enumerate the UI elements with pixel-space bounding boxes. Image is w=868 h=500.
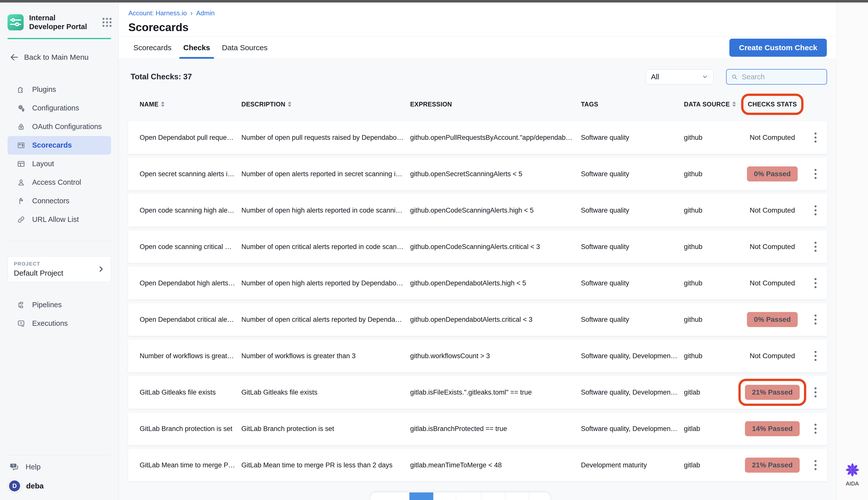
sidebar-item-label: Scorecards bbox=[32, 141, 72, 149]
idp-logo-icon bbox=[8, 14, 24, 30]
search-icon bbox=[731, 73, 738, 81]
row-menu-kebab-icon[interactable] bbox=[811, 167, 820, 181]
table-row[interactable]: Open secret scanning alerts is ...Number… bbox=[128, 158, 827, 190]
table-row[interactable]: Open code scanning high alert...Number o… bbox=[128, 194, 827, 227]
row-menu-kebab-icon[interactable] bbox=[811, 312, 820, 327]
pagination-segment[interactable] bbox=[481, 492, 505, 500]
tab-data-sources[interactable]: Data Sources bbox=[222, 36, 267, 59]
avatar: D bbox=[8, 479, 21, 492]
table-row[interactable]: Open code scanning critical ale...Number… bbox=[128, 230, 827, 263]
pagination-segment[interactable] bbox=[505, 492, 529, 500]
tab-checks[interactable]: Checks bbox=[183, 36, 210, 59]
stats-badge: 21% Passed bbox=[745, 385, 800, 400]
checks-table: Open Dependabot pull request...Number of… bbox=[128, 121, 827, 481]
check-description: GitLab Branch protection is set bbox=[241, 425, 410, 433]
sidebar-item-label: Configurations bbox=[32, 104, 79, 112]
stats-text: Not Computed bbox=[750, 134, 795, 141]
check-name: Open Dependabot critical alert... bbox=[140, 316, 241, 323]
sidebar-item-pipelines[interactable]: Pipelines bbox=[8, 296, 111, 314]
row-menu-kebab-icon[interactable] bbox=[811, 421, 820, 436]
check-expression: github.workflowsCount > 3 bbox=[410, 352, 581, 360]
row-menu-kebab-icon[interactable] bbox=[811, 130, 820, 145]
check-expression: github.openSecretScanningAlerts < 5 bbox=[410, 170, 581, 178]
sidebar-item-plugins[interactable]: Plugins bbox=[8, 80, 111, 99]
check-name: GitLab Mean time to merge PR ... bbox=[140, 461, 241, 469]
project-selector[interactable]: PROJECT Default Project bbox=[8, 256, 111, 282]
column-header-data-source[interactable]: DATA SOURCE bbox=[684, 101, 741, 108]
breadcrumb-admin[interactable]: Admin bbox=[196, 9, 215, 17]
check-expression: gitlab.isBranchProtected == true bbox=[410, 425, 581, 433]
table-row[interactable]: GitLab Branch protection is setGitLab Br… bbox=[128, 412, 827, 445]
check-tags: Software quality, Development... bbox=[581, 425, 684, 433]
sidebar-item-label: URL Allow List bbox=[32, 215, 79, 224]
sidebar-item-label: Connectors bbox=[32, 197, 69, 205]
sort-icon[interactable] bbox=[288, 101, 291, 107]
row-menu-kebab-icon[interactable] bbox=[811, 239, 820, 254]
sort-icon[interactable] bbox=[732, 101, 736, 107]
page-title: Scorecards bbox=[128, 21, 836, 34]
filter-select[interactable]: All bbox=[646, 69, 713, 84]
check-tags: Software quality bbox=[581, 170, 684, 178]
pagination-bar[interactable] bbox=[370, 492, 550, 500]
table-row[interactable]: GitLab Mean time to merge PR ...GitLab M… bbox=[128, 449, 827, 481]
row-menu-kebab-icon[interactable] bbox=[811, 276, 820, 291]
table-row[interactable]: Open Dependabot pull request...Number of… bbox=[128, 121, 827, 154]
help-button[interactable]: ? Help bbox=[9, 461, 111, 473]
annotation-wrap: 21% Passed bbox=[745, 385, 800, 400]
breadcrumb-account[interactable]: Account: Harness.io bbox=[128, 9, 187, 17]
row-menu-kebab-icon[interactable] bbox=[811, 203, 820, 218]
check-description: Number of open high alerts reported by D… bbox=[241, 280, 410, 287]
row-menu-kebab-icon[interactable] bbox=[811, 457, 820, 473]
sidebar-item-connectors[interactable]: Connectors bbox=[8, 192, 111, 211]
right-rail: AIDA bbox=[836, 2, 868, 500]
app-grid-icon[interactable] bbox=[102, 18, 112, 27]
stats-text: Not Computed bbox=[750, 243, 795, 251]
table-row[interactable]: GitLab Gitleaks file existsGitLab Gitlea… bbox=[128, 376, 827, 409]
total-checks-label: Total Checks: 37 bbox=[131, 72, 192, 81]
column-header-name[interactable]: NAME bbox=[140, 101, 241, 108]
check-tags: Software quality bbox=[581, 316, 684, 323]
sidebar-item-oauth-configurations[interactable]: OAuth Configurations bbox=[8, 117, 111, 136]
sidebar-item-url-allow-list[interactable]: URL Allow List bbox=[8, 211, 111, 229]
gears-icon bbox=[16, 104, 26, 113]
pagination-segment[interactable] bbox=[370, 492, 409, 500]
table-row[interactable]: Open Dependabot high alerts i...Number o… bbox=[128, 267, 827, 299]
stats-badge: 21% Passed bbox=[745, 457, 800, 473]
pagination-segment[interactable] bbox=[456, 492, 481, 500]
project-label: PROJECT bbox=[14, 261, 97, 267]
check-description: Number of open high alerts reported in c… bbox=[241, 207, 410, 214]
back-to-main-menu[interactable]: Back to Main Menu bbox=[9, 52, 111, 62]
pagination-active-page[interactable] bbox=[409, 492, 433, 500]
check-data-source: github bbox=[684, 134, 741, 141]
sidebar-item-scorecards[interactable]: Scorecards bbox=[8, 136, 111, 155]
tabs-row: ScorecardsChecksData Sources Create Cust… bbox=[119, 36, 836, 59]
scorecard-icon bbox=[16, 141, 26, 150]
checks-stats-cell: 14% Passed bbox=[741, 421, 804, 436]
tab-scorecards[interactable]: Scorecards bbox=[133, 36, 171, 59]
sidebar-item-access-control[interactable]: Access Control bbox=[8, 173, 111, 192]
user-menu[interactable]: D deba bbox=[8, 479, 111, 492]
sidebar-item-configurations[interactable]: Configurations bbox=[8, 99, 111, 117]
table-row[interactable]: Number of workflows is greate...Number o… bbox=[128, 340, 827, 372]
create-custom-check-button[interactable]: Create Custom Check bbox=[730, 39, 827, 57]
sort-icon[interactable] bbox=[161, 101, 165, 107]
row-menu-kebab-icon[interactable] bbox=[811, 349, 820, 363]
column-header-tags: TAGS bbox=[581, 101, 684, 108]
aida-button[interactable]: AIDA bbox=[844, 462, 860, 487]
check-name: Open Dependabot pull request... bbox=[140, 134, 241, 141]
annotation-wrap: CHECKS STATS bbox=[748, 101, 797, 108]
row-menu-kebab-icon[interactable] bbox=[811, 385, 820, 400]
check-data-source: github bbox=[684, 352, 741, 360]
sidebar-item-executions[interactable]: Executions bbox=[8, 314, 111, 333]
column-header-description[interactable]: DESCRIPTION bbox=[241, 101, 410, 108]
pagination-segment[interactable] bbox=[529, 492, 550, 500]
pagination-segment[interactable] bbox=[433, 492, 456, 500]
lock-icon bbox=[16, 122, 26, 131]
table-row[interactable]: Open Dependabot critical alert...Number … bbox=[128, 303, 827, 336]
sidebar-item-layout[interactable]: Layout bbox=[8, 155, 111, 173]
search-input[interactable] bbox=[742, 73, 823, 81]
check-expression: github.openDependabotAlerts.critical < 3 bbox=[410, 316, 581, 323]
stats-text: Not Computed bbox=[750, 352, 795, 360]
column-header-checks-stats: CHECKS STATS bbox=[741, 101, 804, 108]
checks-stats-cell: Not Computed bbox=[741, 243, 804, 251]
